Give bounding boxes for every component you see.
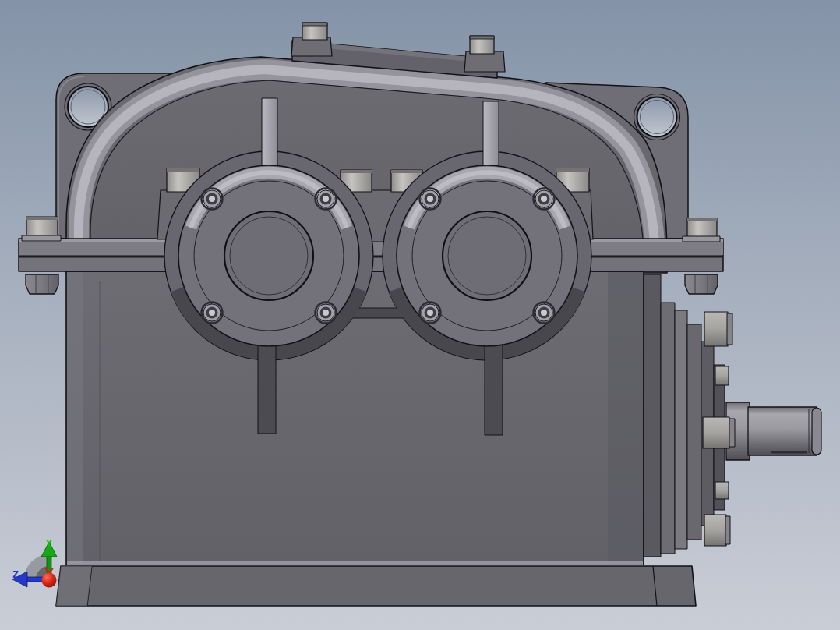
bore-left bbox=[224, 211, 313, 300]
cover-screw bbox=[316, 303, 337, 324]
side-cover-bolt-front[interactable] bbox=[703, 417, 735, 448]
rib-above-right-cover bbox=[483, 101, 499, 170]
cover-screw bbox=[316, 189, 337, 210]
y-axis-label: Y bbox=[46, 537, 52, 549]
side-cover-stud-upper[interactable] bbox=[715, 366, 729, 385]
bearing-cover-left[interactable] bbox=[178, 165, 359, 346]
hex-nut-left bbox=[26, 274, 58, 294]
lifting-hole-right bbox=[637, 97, 677, 137]
side-cover-stud-lower[interactable] bbox=[715, 482, 729, 499]
z-axis-label: Z bbox=[12, 568, 19, 580]
cover-screw bbox=[534, 303, 555, 324]
cover-screw bbox=[534, 189, 555, 210]
hex-nut-right bbox=[685, 274, 718, 294]
cover-screw bbox=[202, 189, 223, 210]
cad-viewport[interactable]: Y Z bbox=[0, 0, 840, 630]
bore-right bbox=[443, 211, 531, 300]
cover-screw bbox=[420, 189, 441, 210]
side-cover-bolt-top[interactable] bbox=[704, 312, 732, 346]
rib-below-right-cover bbox=[485, 345, 503, 435]
rib-below-left-cover bbox=[258, 343, 276, 434]
cover-screw bbox=[420, 303, 441, 324]
output-shaft[interactable] bbox=[726, 402, 821, 460]
cover-screw bbox=[202, 303, 223, 324]
base-plate[interactable] bbox=[56, 566, 696, 606]
bearing-cover-right[interactable] bbox=[397, 165, 577, 346]
side-cover-bolt-bottom[interactable] bbox=[704, 515, 730, 546]
triad-origin bbox=[42, 573, 57, 588]
rib-above-left-cover bbox=[262, 98, 277, 168]
